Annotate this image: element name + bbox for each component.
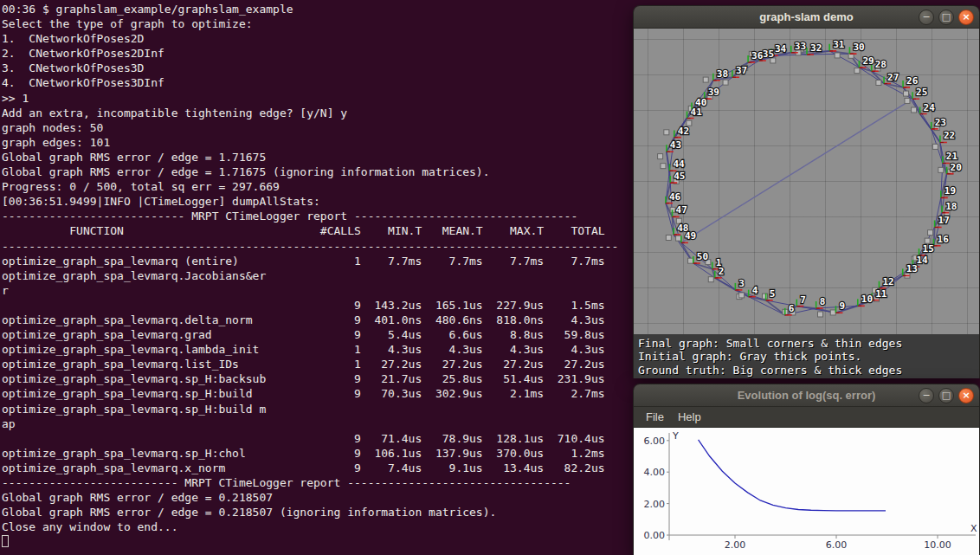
- svg-text:34: 34: [775, 43, 787, 55]
- legend-line: Final graph: Small corners & thin edges: [638, 337, 977, 350]
- svg-text:15: 15: [923, 243, 934, 255]
- svg-text:9: 9: [839, 300, 845, 312]
- svg-text:35: 35: [763, 48, 774, 60]
- svg-text:43: 43: [670, 139, 681, 151]
- plot-window-title: Evolution of log(sq. error): [738, 389, 876, 402]
- svg-text:50: 50: [697, 251, 708, 262]
- svg-text:21: 21: [946, 151, 958, 162]
- svg-text:12: 12: [882, 276, 893, 287]
- svg-text:30: 30: [853, 42, 864, 53]
- terminal-cursor: [2, 535, 9, 547]
- svg-text:19: 19: [945, 185, 956, 197]
- graph-legend-overlay: Final graph: Small corners & thin edgesI…: [634, 334, 980, 378]
- svg-text:20: 20: [951, 162, 962, 173]
- menu-item-help[interactable]: Help: [671, 409, 708, 425]
- svg-text:27: 27: [887, 72, 899, 83]
- svg-text:2.00: 2.00: [725, 539, 746, 551]
- svg-text:22: 22: [944, 130, 955, 141]
- svg-text:44: 44: [673, 158, 685, 170]
- svg-text:X: X: [970, 523, 977, 534]
- svg-text:0.00: 0.00: [644, 530, 666, 541]
- svg-text:2: 2: [719, 266, 725, 277]
- graph-window-controls: − □ ×: [919, 10, 974, 25]
- svg-text:10: 10: [861, 294, 873, 305]
- svg-text:10.00: 10.00: [924, 539, 951, 551]
- menu-item-file[interactable]: File: [639, 409, 671, 425]
- svg-text:8: 8: [820, 296, 826, 307]
- svg-text:29: 29: [862, 55, 874, 67]
- svg-text:42: 42: [678, 126, 689, 137]
- minimize-icon[interactable]: −: [919, 10, 934, 25]
- close-icon[interactable]: ×: [958, 388, 974, 403]
- svg-text:4: 4: [752, 285, 758, 296]
- error-curve: [699, 440, 886, 511]
- svg-text:24: 24: [924, 102, 936, 113]
- graph-3d-viewport[interactable]: 1234567891011121314151617181920212223242…: [634, 29, 980, 378]
- svg-text:4.00: 4.00: [644, 467, 666, 478]
- minimize-icon[interactable]: −: [919, 388, 934, 403]
- svg-text:41: 41: [691, 106, 703, 118]
- svg-text:16: 16: [938, 234, 950, 245]
- svg-text:3: 3: [738, 278, 745, 289]
- svg-text:5: 5: [770, 288, 776, 300]
- graph-slam-window: graph-slam demo − □ × 123456789101112131…: [633, 5, 980, 378]
- plot-svg: YX6.004.002.000.002.006.0010.00: [634, 428, 980, 555]
- legend-line: Ground truth: Big corners & thick edges: [638, 364, 977, 377]
- svg-text:47: 47: [676, 204, 687, 216]
- svg-text:7: 7: [800, 294, 806, 306]
- svg-text:39: 39: [708, 87, 719, 98]
- svg-text:33: 33: [795, 41, 806, 52]
- plot-area[interactable]: YX6.004.002.000.002.006.0010.00: [634, 428, 980, 555]
- plot-menubar: FileHelp: [634, 407, 979, 428]
- desktop: 00:36 $ graphslam_example/graphslam_exam…: [0, 0, 980, 555]
- svg-text:31: 31: [833, 39, 845, 50]
- close-icon[interactable]: ×: [958, 10, 974, 25]
- maximize-icon[interactable]: □: [938, 388, 954, 403]
- svg-text:14: 14: [916, 255, 928, 266]
- svg-text:45: 45: [674, 171, 685, 182]
- plot-axes: YX6.004.002.000.002.006.0010.00: [644, 430, 978, 551]
- svg-text:38: 38: [717, 68, 728, 80]
- svg-text:6.00: 6.00: [826, 539, 848, 551]
- svg-text:18: 18: [945, 201, 957, 212]
- svg-text:25: 25: [916, 87, 927, 98]
- svg-text:17: 17: [938, 215, 950, 226]
- maximize-icon[interactable]: □: [938, 10, 954, 25]
- svg-text:32: 32: [810, 42, 822, 54]
- svg-text:Y: Y: [672, 430, 679, 442]
- svg-text:36: 36: [751, 50, 764, 61]
- plot-window-titlebar[interactable]: Evolution of log(sq. error) − □ ×: [634, 384, 979, 407]
- legend-line: Initial graph: Gray thick points.: [638, 350, 977, 363]
- svg-text:49: 49: [685, 230, 696, 242]
- svg-text:23: 23: [935, 117, 946, 128]
- svg-text:6: 6: [789, 303, 795, 314]
- error-plot-window: Evolution of log(sq. error) − □ × FileHe…: [633, 384, 980, 555]
- svg-text:2.00: 2.00: [644, 499, 666, 510]
- svg-text:46: 46: [669, 191, 681, 203]
- svg-text:26: 26: [906, 75, 919, 87]
- svg-text:11: 11: [875, 288, 887, 300]
- svg-text:6.00: 6.00: [644, 436, 666, 447]
- graph-window-title: graph-slam demo: [759, 10, 853, 23]
- plot-window-controls: − □ ×: [919, 388, 974, 403]
- svg-text:37: 37: [736, 65, 747, 76]
- svg-text:28: 28: [875, 59, 887, 70]
- graph-canvas-svg: 1234567891011121314151617181920212223242…: [634, 29, 980, 378]
- graph-window-titlebar[interactable]: graph-slam demo − □ ×: [634, 6, 979, 29]
